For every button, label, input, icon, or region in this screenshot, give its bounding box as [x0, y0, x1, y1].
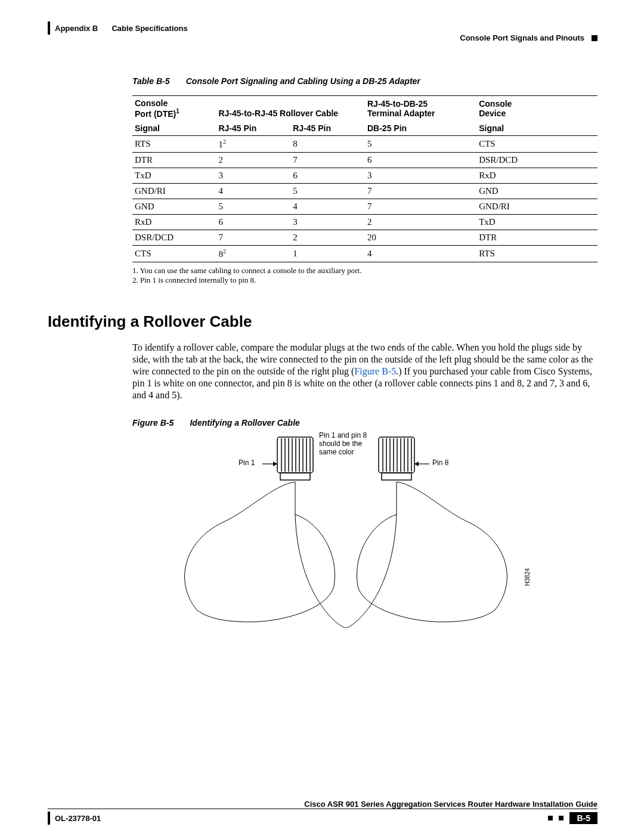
th2-signal2: Signal — [476, 121, 597, 136]
th-rollover: RJ-45-to-RJ-45 Rollover Cable — [218, 109, 338, 118]
pinout-table: Console Port (DTE)1 RJ-45-to-RJ-45 Rollo… — [132, 95, 597, 262]
table-row: CTS8214RTS — [132, 245, 597, 262]
table-row: RTS1285CTS — [132, 135, 597, 152]
table-row: TxD363RxD — [132, 168, 597, 183]
page: Appendix B Cable Specifications Console … — [0, 0, 644, 833]
svg-rect-12 — [382, 473, 411, 480]
figure-reference-link[interactable]: Figure B-5 — [354, 366, 396, 376]
th-port-dte: Port (DTE)1 — [135, 109, 179, 119]
figure-label: Figure B-5 — [132, 418, 174, 428]
table-label: Table B-5 — [132, 76, 170, 86]
note-line3: same color — [319, 448, 354, 456]
header-tick — [48, 21, 50, 35]
running-header-right: Console Port Signals and Pinouts — [460, 33, 597, 42]
th2-rj45b: RJ-45 Pin — [290, 121, 365, 136]
table-row: GND547GND/RI — [132, 199, 597, 214]
note-line1: Pin 1 and pin 8 — [319, 431, 367, 439]
section-title-right: Console Port Signals and Pinouts — [460, 33, 584, 42]
th2-rj45a: RJ-45 Pin — [216, 121, 290, 136]
th2-db25: DB-25 Pin — [365, 121, 476, 136]
table-footnotes: 1. You can use the same cabling to conne… — [132, 266, 597, 285]
footer-tick — [48, 812, 50, 825]
footer-right: B-5 — [548, 812, 597, 824]
content-area: Table B-5 Console Port Signaling and Cab… — [48, 76, 597, 628]
page-number: B-5 — [569, 812, 597, 824]
th2-signal: Signal — [132, 121, 216, 136]
table-row: DSR/DCD7220DTR — [132, 230, 597, 245]
footer-guide-title: Cisco ASR 901 Series Aggregation Service… — [48, 800, 597, 809]
footer-doc-id: OL-23778-01 — [48, 812, 101, 825]
appendix-label: Appendix B — [55, 24, 98, 33]
table-caption: Table B-5 Console Port Signaling and Cab… — [132, 76, 597, 86]
rollover-cable-svg — [161, 431, 531, 628]
footer: Cisco ASR 901 Series Aggregation Service… — [48, 800, 597, 825]
header-square-icon — [592, 35, 597, 41]
table-row: DTR276DSR/DCD — [132, 152, 597, 168]
footnote-2: 2. Pin 1 is connected internally to pin … — [132, 275, 597, 285]
figure-title: Identifying a Rollover Cable — [190, 418, 299, 428]
th-devb: Device — [479, 109, 506, 118]
running-header-left: Appendix B Cable Specifications — [48, 21, 597, 35]
pin1-label: Pin 1 — [239, 459, 255, 467]
th-deva: Console — [479, 99, 512, 109]
th-db25b: Terminal Adapter — [367, 109, 435, 118]
section-heading: Identifying a Rollover Cable — [48, 312, 597, 331]
figure-id: H3824 — [524, 568, 531, 586]
th-db25a: RJ-45-to-DB-25 — [367, 99, 428, 109]
note-line2: should be the — [319, 439, 362, 448]
svg-rect-1 — [280, 473, 310, 480]
footer-dot1 — [548, 816, 553, 820]
svg-marker-25 — [414, 462, 419, 466]
svg-rect-11 — [379, 437, 414, 473]
figure-illustration: Pin 1 Pin 8 Pin 1 and pin 8 should be th… — [161, 431, 531, 628]
table-row: RxD632TxD — [132, 214, 597, 230]
svg-rect-0 — [277, 437, 313, 473]
section-paragraph: To identify a rollover cable, compare th… — [132, 342, 597, 401]
pin8-label: Pin 8 — [432, 459, 448, 467]
table-title: Console Port Signaling and Cabling Using… — [186, 76, 420, 86]
footnote-1: 1. You can use the same cabling to conne… — [132, 266, 597, 275]
footer-rule — [48, 809, 597, 809]
th-console: Console — [135, 98, 168, 108]
appendix-title: Cable Specifications — [112, 24, 187, 33]
footer-dot2 — [559, 816, 564, 820]
svg-marker-23 — [273, 462, 277, 466]
figure-caption: Figure B-5 Identifying a Rollover Cable — [132, 418, 597, 428]
table-row: GND/RI457GND — [132, 183, 597, 199]
